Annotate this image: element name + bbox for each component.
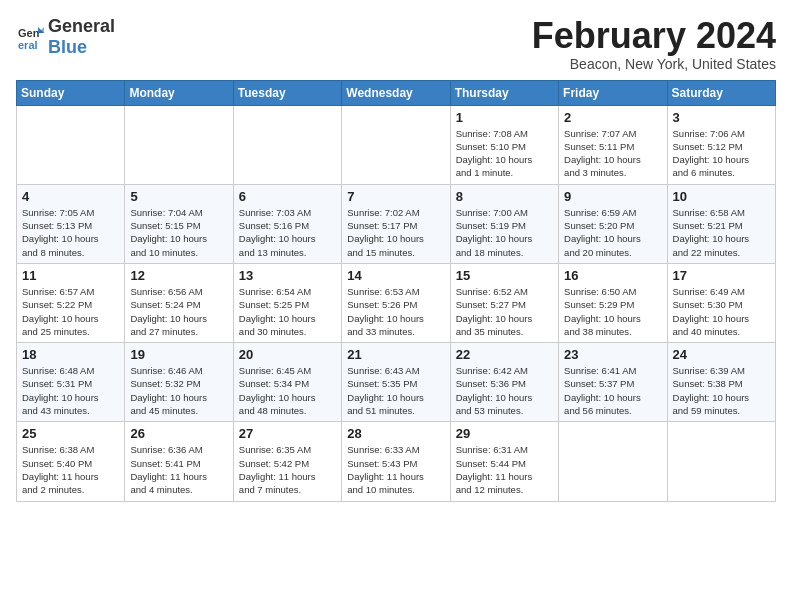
day-number: 29 — [456, 426, 553, 441]
day-number: 10 — [673, 189, 770, 204]
calendar-cell: 29Sunrise: 6:31 AM Sunset: 5:44 PM Dayli… — [450, 422, 558, 501]
calendar-cell: 6Sunrise: 7:03 AM Sunset: 5:16 PM Daylig… — [233, 184, 341, 263]
calendar-cell: 18Sunrise: 6:48 AM Sunset: 5:31 PM Dayli… — [17, 343, 125, 422]
day-number: 19 — [130, 347, 227, 362]
logo-blue: Blue — [48, 37, 87, 57]
calendar-cell — [342, 105, 450, 184]
day-info: Sunrise: 7:06 AM Sunset: 5:12 PM Dayligh… — [673, 127, 770, 180]
calendar-cell: 15Sunrise: 6:52 AM Sunset: 5:27 PM Dayli… — [450, 263, 558, 342]
logo: Gen eral General Blue — [16, 16, 115, 58]
day-info: Sunrise: 6:53 AM Sunset: 5:26 PM Dayligh… — [347, 285, 444, 338]
day-number: 28 — [347, 426, 444, 441]
weekday-header-thursday: Thursday — [450, 80, 558, 105]
calendar-cell: 22Sunrise: 6:42 AM Sunset: 5:36 PM Dayli… — [450, 343, 558, 422]
day-info: Sunrise: 6:36 AM Sunset: 5:41 PM Dayligh… — [130, 443, 227, 496]
day-number: 1 — [456, 110, 553, 125]
calendar-cell: 20Sunrise: 6:45 AM Sunset: 5:34 PM Dayli… — [233, 343, 341, 422]
weekday-header-tuesday: Tuesday — [233, 80, 341, 105]
logo-text: General Blue — [48, 16, 115, 58]
day-info: Sunrise: 6:38 AM Sunset: 5:40 PM Dayligh… — [22, 443, 119, 496]
calendar-cell: 19Sunrise: 6:46 AM Sunset: 5:32 PM Dayli… — [125, 343, 233, 422]
day-info: Sunrise: 7:07 AM Sunset: 5:11 PM Dayligh… — [564, 127, 661, 180]
day-number: 6 — [239, 189, 336, 204]
day-number: 2 — [564, 110, 661, 125]
day-info: Sunrise: 6:41 AM Sunset: 5:37 PM Dayligh… — [564, 364, 661, 417]
day-info: Sunrise: 7:08 AM Sunset: 5:10 PM Dayligh… — [456, 127, 553, 180]
logo-general: General — [48, 16, 115, 36]
day-number: 22 — [456, 347, 553, 362]
logo-icon: Gen eral — [16, 23, 44, 51]
calendar-cell: 8Sunrise: 7:00 AM Sunset: 5:19 PM Daylig… — [450, 184, 558, 263]
calendar-cell: 16Sunrise: 6:50 AM Sunset: 5:29 PM Dayli… — [559, 263, 667, 342]
week-row-1: 4Sunrise: 7:05 AM Sunset: 5:13 PM Daylig… — [17, 184, 776, 263]
day-number: 15 — [456, 268, 553, 283]
calendar-cell: 23Sunrise: 6:41 AM Sunset: 5:37 PM Dayli… — [559, 343, 667, 422]
day-number: 20 — [239, 347, 336, 362]
day-number: 3 — [673, 110, 770, 125]
day-info: Sunrise: 6:52 AM Sunset: 5:27 PM Dayligh… — [456, 285, 553, 338]
calendar-title: February 2024 — [532, 16, 776, 56]
day-number: 16 — [564, 268, 661, 283]
calendar-cell — [17, 105, 125, 184]
day-number: 12 — [130, 268, 227, 283]
day-info: Sunrise: 6:48 AM Sunset: 5:31 PM Dayligh… — [22, 364, 119, 417]
calendar-cell: 5Sunrise: 7:04 AM Sunset: 5:15 PM Daylig… — [125, 184, 233, 263]
day-number: 17 — [673, 268, 770, 283]
week-row-4: 25Sunrise: 6:38 AM Sunset: 5:40 PM Dayli… — [17, 422, 776, 501]
calendar-subtitle: Beacon, New York, United States — [532, 56, 776, 72]
day-number: 23 — [564, 347, 661, 362]
calendar-cell: 10Sunrise: 6:58 AM Sunset: 5:21 PM Dayli… — [667, 184, 775, 263]
svg-text:Gen: Gen — [18, 27, 40, 39]
weekday-header-sunday: Sunday — [17, 80, 125, 105]
calendar-table: SundayMondayTuesdayWednesdayThursdayFrid… — [16, 80, 776, 502]
day-number: 14 — [347, 268, 444, 283]
day-number: 7 — [347, 189, 444, 204]
day-info: Sunrise: 6:57 AM Sunset: 5:22 PM Dayligh… — [22, 285, 119, 338]
calendar-cell: 17Sunrise: 6:49 AM Sunset: 5:30 PM Dayli… — [667, 263, 775, 342]
day-number: 21 — [347, 347, 444, 362]
day-info: Sunrise: 7:03 AM Sunset: 5:16 PM Dayligh… — [239, 206, 336, 259]
day-number: 26 — [130, 426, 227, 441]
day-info: Sunrise: 6:54 AM Sunset: 5:25 PM Dayligh… — [239, 285, 336, 338]
day-info: Sunrise: 7:05 AM Sunset: 5:13 PM Dayligh… — [22, 206, 119, 259]
week-row-2: 11Sunrise: 6:57 AM Sunset: 5:22 PM Dayli… — [17, 263, 776, 342]
svg-text:eral: eral — [18, 39, 38, 51]
day-number: 24 — [673, 347, 770, 362]
week-row-3: 18Sunrise: 6:48 AM Sunset: 5:31 PM Dayli… — [17, 343, 776, 422]
weekday-header-saturday: Saturday — [667, 80, 775, 105]
calendar-cell: 11Sunrise: 6:57 AM Sunset: 5:22 PM Dayli… — [17, 263, 125, 342]
day-info: Sunrise: 6:33 AM Sunset: 5:43 PM Dayligh… — [347, 443, 444, 496]
day-number: 11 — [22, 268, 119, 283]
calendar-cell — [125, 105, 233, 184]
weekday-header-friday: Friday — [559, 80, 667, 105]
day-number: 13 — [239, 268, 336, 283]
calendar-cell: 28Sunrise: 6:33 AM Sunset: 5:43 PM Dayli… — [342, 422, 450, 501]
day-info: Sunrise: 6:50 AM Sunset: 5:29 PM Dayligh… — [564, 285, 661, 338]
day-info: Sunrise: 6:43 AM Sunset: 5:35 PM Dayligh… — [347, 364, 444, 417]
calendar-cell — [559, 422, 667, 501]
day-info: Sunrise: 6:31 AM Sunset: 5:44 PM Dayligh… — [456, 443, 553, 496]
calendar-cell: 14Sunrise: 6:53 AM Sunset: 5:26 PM Dayli… — [342, 263, 450, 342]
calendar-cell — [233, 105, 341, 184]
day-info: Sunrise: 6:46 AM Sunset: 5:32 PM Dayligh… — [130, 364, 227, 417]
day-number: 9 — [564, 189, 661, 204]
header: Gen eral General Blue February 2024 Beac… — [16, 16, 776, 72]
calendar-cell: 12Sunrise: 6:56 AM Sunset: 5:24 PM Dayli… — [125, 263, 233, 342]
calendar-cell: 3Sunrise: 7:06 AM Sunset: 5:12 PM Daylig… — [667, 105, 775, 184]
day-number: 5 — [130, 189, 227, 204]
day-info: Sunrise: 7:04 AM Sunset: 5:15 PM Dayligh… — [130, 206, 227, 259]
day-info: Sunrise: 7:00 AM Sunset: 5:19 PM Dayligh… — [456, 206, 553, 259]
calendar-cell: 24Sunrise: 6:39 AM Sunset: 5:38 PM Dayli… — [667, 343, 775, 422]
calendar-cell: 4Sunrise: 7:05 AM Sunset: 5:13 PM Daylig… — [17, 184, 125, 263]
day-info: Sunrise: 6:45 AM Sunset: 5:34 PM Dayligh… — [239, 364, 336, 417]
calendar-cell — [667, 422, 775, 501]
day-info: Sunrise: 6:49 AM Sunset: 5:30 PM Dayligh… — [673, 285, 770, 338]
day-number: 27 — [239, 426, 336, 441]
day-info: Sunrise: 6:39 AM Sunset: 5:38 PM Dayligh… — [673, 364, 770, 417]
day-info: Sunrise: 6:58 AM Sunset: 5:21 PM Dayligh… — [673, 206, 770, 259]
calendar-cell: 27Sunrise: 6:35 AM Sunset: 5:42 PM Dayli… — [233, 422, 341, 501]
weekday-header-wednesday: Wednesday — [342, 80, 450, 105]
day-number: 18 — [22, 347, 119, 362]
calendar-cell: 2Sunrise: 7:07 AM Sunset: 5:11 PM Daylig… — [559, 105, 667, 184]
day-info: Sunrise: 7:02 AM Sunset: 5:17 PM Dayligh… — [347, 206, 444, 259]
